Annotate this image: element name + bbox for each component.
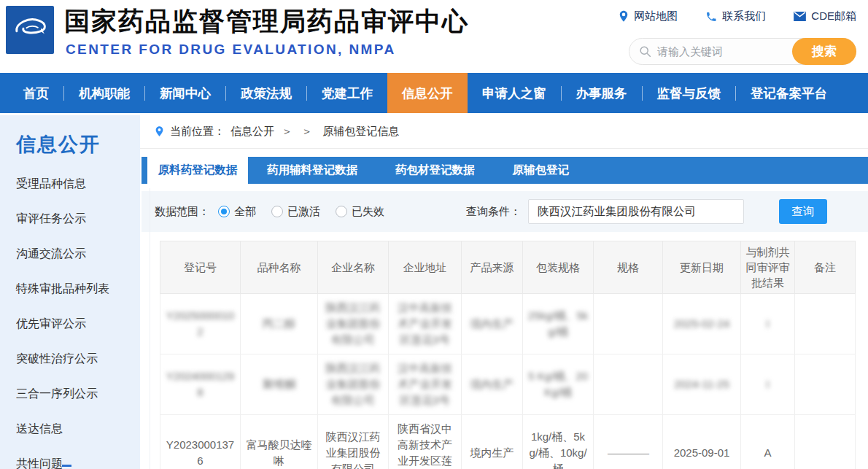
radio-activated[interactable]: 已激活 (271, 205, 320, 219)
nav-item-services[interactable]: 办事服务 (562, 73, 642, 113)
cde-logo[interactable] (6, 6, 54, 54)
radio-all-label: 全部 (234, 205, 256, 219)
cell-company-address: 汉中高新技术产业开发区莲花3号 (389, 294, 462, 354)
mail-label: CDE邮箱 (811, 9, 856, 23)
sidebar-underline-fragment (62, 465, 71, 467)
radio-expired-dot (336, 206, 347, 217)
tab-excipient-data[interactable]: 药用辅料登记数据 (248, 157, 376, 184)
cell-company-name: 陕西汉江药业集团股份有限公司 (318, 415, 389, 469)
filter-bar: 数据范围： 全部 已激活 已失效 查询条件： 查询 (142, 191, 868, 232)
cell-remark (795, 354, 856, 415)
cell-packaging-spec: 5 Kg/桶、20 Kg/桶 (523, 354, 594, 415)
results-table: 登记号 品种名称 企业名称 企业地址 产品来源 包装规格 规格 更新日期 与制剂… (160, 241, 856, 469)
sidebar-title: 信息公开 (16, 131, 140, 158)
nav-item-policies[interactable]: 政策法规 (226, 73, 306, 113)
nav-item-registration-platform[interactable]: 登记备案平台 (736, 73, 842, 113)
cell-update-date: 2025-09-01 (663, 415, 741, 469)
site-subtitle: CENTER FOR DRUG EVALUATION, NMPA (66, 42, 396, 58)
sidebar-item-common-issues[interactable]: 共性问题 (16, 446, 140, 469)
query-button[interactable]: 查询 (779, 199, 827, 224)
sitemap-link[interactable]: 网站地图 (619, 9, 678, 23)
cell-update-date: 2024-11-25 (663, 354, 741, 415)
cell-packaging-spec: 25kg/桶、5kg/桶 (523, 294, 594, 354)
keyword-search-input[interactable] (657, 39, 788, 63)
cell-product-source: 境内生产 (462, 294, 523, 354)
sidebar-item-accepted-varieties[interactable]: 受理品种信息 (16, 166, 140, 201)
nav-item-info-disclosure[interactable]: 信息公开 (387, 73, 468, 113)
nav-item-party[interactable]: 党建工作 (307, 73, 387, 113)
cell-joint-review-result: I (741, 354, 795, 415)
sidebar: 信息公开 受理品种信息 审评任务公示 沟通交流公示 特殊审批品种列表 优先审评公… (0, 115, 140, 469)
breadcrumb-separator: ＞ ＞ (282, 125, 315, 139)
col-packaging-spec: 包装规格 (523, 241, 594, 294)
header-search-button[interactable]: 搜索 (792, 38, 856, 65)
breadcrumb-label: 当前位置： (170, 125, 225, 139)
sidebar-item-special-approval[interactable]: 特殊审批品种列表 (16, 271, 140, 306)
cell-registration-no: Y20250000102 (160, 294, 241, 354)
site-title: 国家药品监督管理局药品审评中心 (64, 4, 469, 39)
nav-item-home[interactable]: 首页 (9, 73, 63, 113)
breadcrumb-pin-icon (155, 125, 164, 138)
col-joint-review-result: 与制剂共同审评审批结果 (741, 241, 795, 294)
sidebar-item-breakthrough-therapy[interactable]: 突破性治疗公示 (16, 341, 140, 376)
cell-company-name: 陕西汉江药业集团股份有限公司 (318, 294, 389, 354)
data-tabs: 原料药登记数据 药用辅料登记数据 药包材登记数据 原辅包登记 (142, 157, 868, 184)
envelope-icon (794, 12, 806, 21)
scope-label: 数据范围： (155, 205, 209, 219)
nav-item-applicant-window[interactable]: 申请人之窗 (468, 73, 561, 113)
cde-logo-icon (9, 9, 51, 51)
cell-joint-review-result: I (741, 294, 795, 354)
radio-expired[interactable]: 已失效 (336, 205, 384, 219)
tab-packaging-data[interactable]: 药包材登记数据 (376, 157, 494, 184)
scope-radio-group: 全部 已激活 已失效 (218, 205, 384, 219)
col-update-date: 更新日期 (663, 241, 741, 294)
col-spec: 规格 (594, 241, 663, 294)
cell-remark (795, 415, 856, 469)
table-row: Y20240001298 聚维酮 陕西汉江药业集团股份有限公司 汉中高新技术产业… (160, 354, 856, 415)
sidebar-item-delivery-info[interactable]: 送达信息 (16, 411, 140, 446)
table-row: Y20230001376 富马酸贝达喹啉 陕西汉江药业集团股份有限公司 陕西省汉… (160, 415, 856, 469)
cell-variety-name: 丙二醇 (241, 294, 318, 354)
content-divider (150, 188, 150, 469)
cell-spec (594, 354, 663, 415)
cell-registration-no: Y20240001298 (160, 354, 241, 415)
col-remark: 备注 (795, 241, 856, 294)
mail-link[interactable]: CDE邮箱 (794, 9, 856, 23)
col-company-name: 企业名称 (318, 241, 389, 294)
cell-joint-review-result: A (741, 415, 795, 469)
breadcrumb-section[interactable]: 信息公开 (230, 125, 274, 139)
nav-item-supervision[interactable]: 监督与反馈 (643, 73, 736, 113)
cell-company-name: 陕西汉江药业集团股份有限公司 (318, 354, 389, 415)
main-content: 当前位置：信息公开 ＞ ＞ 原辅包登记信息 原料药登记数据 药用辅料登记数据 药… (140, 115, 868, 469)
nav-item-functions[interactable]: 机构职能 (64, 73, 144, 113)
sidebar-item-three-in-one[interactable]: 三合一序列公示 (16, 376, 140, 411)
breadcrumb: 当前位置：信息公开 ＞ ＞ 原辅包登记信息 (140, 115, 868, 149)
cell-update-date: 2025-02-24 (663, 294, 741, 354)
header-search: 搜索 (629, 38, 856, 65)
tab-registration[interactable]: 原辅包登记 (494, 157, 589, 184)
sidebar-item-communication[interactable]: 沟通交流公示 (16, 236, 140, 271)
cell-product-source: 境内生产 (462, 415, 523, 469)
cell-company-address: 陕西省汉中高新技术产业开发区莲花路3号 (389, 415, 462, 469)
cell-spec: ———— (594, 415, 663, 469)
cell-packaging-spec: 1kg/桶、5kg/桶、10kg/桶 (523, 415, 594, 469)
utility-links: 网站地图 联系我们 CDE邮箱 (619, 9, 856, 23)
radio-all-dot (218, 206, 230, 217)
sidebar-item-review-tasks[interactable]: 审评任务公示 (16, 201, 140, 236)
query-condition-input[interactable] (528, 199, 744, 224)
nav-item-news[interactable]: 新闻中心 (145, 73, 225, 113)
phone-icon (705, 11, 717, 23)
page: 国家药品监督管理局药品审评中心 CENTER FOR DRUG EVALUATI… (0, 0, 868, 469)
breadcrumb-page[interactable]: 原辅包登记信息 (322, 125, 399, 139)
cell-product-source: 境内生产 (462, 354, 523, 415)
table-header-row: 登记号 品种名称 企业名称 企业地址 产品来源 包装规格 规格 更新日期 与制剂… (160, 241, 856, 294)
contact-label: 联系我们 (722, 9, 766, 23)
tab-raw-material-data[interactable]: 原料药登记数据 (147, 157, 248, 184)
contact-link[interactable]: 联系我们 (705, 9, 766, 23)
radio-all[interactable]: 全部 (218, 205, 256, 219)
sidebar-item-priority-review[interactable]: 优先审评公示 (16, 306, 140, 341)
cell-registration-no: Y20230001376 (160, 415, 241, 469)
main-nav: 首页 机构职能 新闻中心 政策法规 党建工作 信息公开 申请人之窗 办事服务 监… (0, 73, 868, 113)
radio-activated-label: 已激活 (287, 205, 320, 219)
cell-variety-name: 富马酸贝达喹啉 (241, 415, 318, 469)
